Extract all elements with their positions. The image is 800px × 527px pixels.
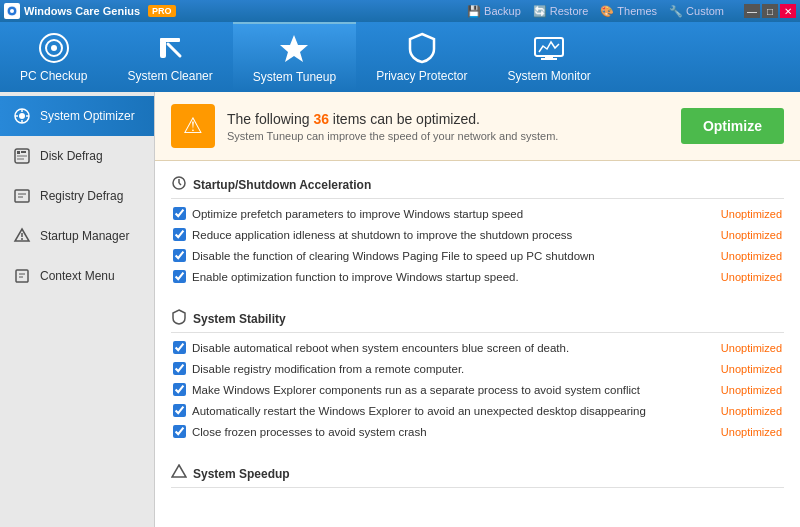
opt-item-text: Close frozen processes to avoid system c… [192, 426, 711, 438]
nav-system-monitor-label: System Monitor [508, 69, 591, 83]
sidebar-item-registry-defrag[interactable]: Registry Defrag [0, 176, 154, 216]
maximize-button[interactable]: □ [762, 4, 778, 18]
svg-rect-29 [16, 270, 28, 282]
svg-marker-8 [280, 35, 308, 62]
opt-checkbox-startup-shutdown-3[interactable] [173, 270, 186, 283]
restore-button[interactable]: 🔄 Restore [533, 5, 589, 18]
svg-line-7 [168, 44, 180, 56]
titlebar-left: Windows Care Genius PRO [4, 3, 467, 19]
close-button[interactable]: ✕ [780, 4, 796, 18]
context-menu-icon [12, 266, 32, 286]
opt-checkbox-system-stability-0[interactable] [173, 341, 186, 354]
nav-pc-checkup[interactable]: PC Checkup [0, 22, 107, 92]
sidebar-label-context-menu: Context Menu [40, 269, 115, 283]
sidebar-label-system-optimizer: System Optimizer [40, 109, 135, 123]
pro-badge: PRO [148, 5, 176, 17]
sidebar-item-system-optimizer[interactable]: System Optimizer [0, 96, 154, 136]
optimize-button[interactable]: Optimize [681, 108, 784, 144]
opt-status: Unoptimized [721, 384, 782, 396]
banner-text: The following 36 items can be optimized.… [227, 111, 669, 142]
opt-item: Disable automatical reboot when system e… [171, 337, 784, 358]
nav-pc-checkup-label: PC Checkup [20, 69, 87, 83]
opt-checkbox-system-stability-3[interactable] [173, 404, 186, 417]
registry-defrag-icon [12, 186, 32, 206]
section-title-system-speedup: System Speedup [193, 467, 290, 481]
opt-item: Optimize prefetch parameters to improve … [171, 203, 784, 224]
sidebar-item-startup-manager[interactable]: Startup Manager [0, 216, 154, 256]
navbar: PC Checkup System Cleaner System Tuneup … [0, 22, 800, 92]
titlebar: Windows Care Genius PRO 💾 Backup 🔄 Resto… [0, 0, 800, 22]
opt-item: Disable registry modification from a rem… [171, 358, 784, 379]
sidebar-item-disk-defrag[interactable]: Disk Defrag [0, 136, 154, 176]
window-controls: — □ ✕ [744, 4, 796, 18]
opt-checkbox-system-stability-1[interactable] [173, 362, 186, 375]
section-system-speedup: System Speedup [155, 450, 800, 500]
nav-system-monitor[interactable]: System Monitor [488, 22, 611, 92]
system-monitor-icon [532, 31, 566, 65]
opt-status: Unoptimized [721, 426, 782, 438]
custom-button[interactable]: 🔧 Custom [669, 5, 724, 18]
opt-item: Automatically restart the Windows Explor… [171, 400, 784, 421]
nav-privacy-protector[interactable]: Privacy Protector [356, 22, 487, 92]
minimize-button[interactable]: — [744, 4, 760, 18]
banner-title-prefix: The following [227, 111, 313, 127]
svg-point-4 [51, 45, 57, 51]
sidebar-item-context-menu[interactable]: Context Menu [0, 256, 154, 296]
titlebar-right: 💾 Backup 🔄 Restore 🎨 Themes 🔧 Custom — □… [467, 4, 796, 18]
sections-container: Startup/Shutdown AccelerationOptimize pr… [155, 161, 800, 500]
banner-count: 36 [313, 111, 329, 127]
opt-item-text: Make Windows Explorer components run as … [192, 384, 711, 396]
nav-privacy-protector-label: Privacy Protector [376, 69, 467, 83]
opt-item-text: Enable optimization function to improve … [192, 271, 711, 283]
opt-item: Close frozen processes to avoid system c… [171, 421, 784, 442]
svg-rect-19 [17, 151, 20, 154]
system-cleaner-icon [153, 31, 187, 65]
sidebar: System Optimizer Disk Defrag Registry De… [0, 92, 155, 527]
opt-item: Reduce application idleness at shutdown … [171, 224, 784, 245]
opt-checkbox-startup-shutdown-2[interactable] [173, 249, 186, 262]
section-header-system-stability: System Stability [171, 303, 784, 333]
main-area: System Optimizer Disk Defrag Registry De… [0, 92, 800, 527]
section-icon-system-stability [171, 309, 187, 328]
privacy-protector-icon [405, 31, 439, 65]
content-area: ⚠ The following 36 items can be optimize… [155, 92, 800, 527]
svg-marker-35 [172, 465, 186, 477]
svg-rect-23 [15, 190, 29, 202]
opt-item: Enable optimization function to improve … [171, 266, 784, 287]
nav-system-tuneup-label: System Tuneup [253, 70, 336, 84]
opt-item: Make Windows Explorer components run as … [171, 379, 784, 400]
section-title-system-stability: System Stability [193, 312, 286, 326]
opt-item-text: Optimize prefetch parameters to improve … [192, 208, 711, 220]
sidebar-label-registry-defrag: Registry Defrag [40, 189, 123, 203]
section-system-stability: System StabilityDisable automatical rebo… [155, 295, 800, 450]
svg-point-13 [19, 113, 25, 119]
backup-button[interactable]: 💾 Backup [467, 5, 521, 18]
opt-checkbox-system-stability-2[interactable] [173, 383, 186, 396]
info-banner: ⚠ The following 36 items can be optimize… [155, 92, 800, 161]
nav-system-tuneup[interactable]: System Tuneup [233, 22, 356, 92]
opt-status: Unoptimized [721, 363, 782, 375]
opt-item-text: Disable registry modification from a rem… [192, 363, 711, 375]
svg-rect-6 [160, 38, 180, 42]
opt-status: Unoptimized [721, 208, 782, 220]
opt-checkbox-startup-shutdown-0[interactable] [173, 207, 186, 220]
svg-line-34 [179, 183, 181, 185]
svg-rect-20 [21, 151, 26, 153]
opt-status: Unoptimized [721, 271, 782, 283]
nav-system-cleaner[interactable]: System Cleaner [107, 22, 232, 92]
svg-rect-5 [160, 40, 166, 58]
system-optimizer-icon [12, 106, 32, 126]
opt-checkbox-system-stability-4[interactable] [173, 425, 186, 438]
opt-status: Unoptimized [721, 342, 782, 354]
system-tuneup-icon [277, 32, 311, 66]
section-icon-startup-shutdown [171, 175, 187, 194]
opt-item-text: Disable automatical reboot when system e… [192, 342, 711, 354]
banner-subtitle: System Tuneup can improve the speed of y… [227, 130, 669, 142]
pc-checkup-icon [37, 31, 71, 65]
opt-status: Unoptimized [721, 250, 782, 262]
opt-status: Unoptimized [721, 229, 782, 241]
opt-checkbox-startup-shutdown-1[interactable] [173, 228, 186, 241]
svg-rect-22 [17, 158, 24, 160]
sidebar-label-startup-manager: Startup Manager [40, 229, 129, 243]
themes-button[interactable]: 🎨 Themes [600, 5, 657, 18]
